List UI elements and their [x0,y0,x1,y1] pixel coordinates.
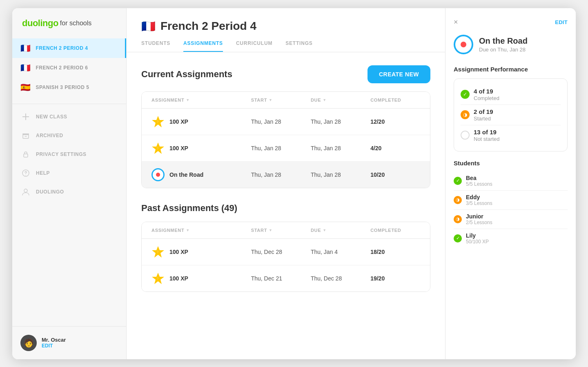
perf-started-info: 2 of 19 Started [474,108,493,122]
student-detail: 3/5 Lessons [466,200,492,206]
duolingo-icon [21,187,30,196]
perf-not-started-icon [461,131,470,140]
assignment-name-cell: ⚡ 100 XP [151,245,251,258]
perf-row-completed: ✓ 4 of 19 Completed [461,85,561,105]
past-due-sort-icon[interactable]: ▼ [323,228,327,232]
panel-edit-button[interactable]: EDIT [555,19,568,25]
due-cell: Thu, Jan 28 [311,145,370,151]
tab-curriculum[interactable]: CURRICULUM [236,40,272,52]
past-table-header: ASSIGNMENT ▼ START ▼ DUE ▼ COMPLETED [142,222,430,239]
student-name: Bea [466,175,492,181]
xp-icon: ⚡ [151,115,165,128]
past-col-due: DUE ▼ [311,228,370,233]
students-list: ✓ Bea 5/5 Lessons ◑ Eddy 3/5 Lessons ◑ J… [454,171,568,248]
sidebar-item-help[interactable]: HELP [12,164,126,182]
user-edit-button[interactable]: EDIT [42,343,66,349]
table-row[interactable]: ⚡ 100 XP Thu, Dec 21 Thu, Dec 28 19/20 [142,265,430,291]
tab-students[interactable]: STUDENTS [141,40,170,52]
current-table-header: ASSIGNMENT ▼ START ▼ DUE ▼ COMPLETED [142,92,430,109]
sidebar-bottom: 🧑 Mr. Oscar EDIT [12,326,126,359]
col-completed: COMPLETED [370,98,420,102]
performance-card: ✓ 4 of 19 Completed ◑ 2 of 19 Started 13… [454,78,568,151]
past-col-assignment: ASSIGNMENT ▼ [151,228,251,233]
sidebar-item-duolingo[interactable]: DUOLINGO [12,182,126,201]
privacy-settings-icon [21,150,30,159]
student-row[interactable]: ◑ Eddy 3/5 Lessons [454,191,568,210]
perf-not-started-info: 13 of 19 Not started [474,129,500,142]
panel-header: × EDIT [454,18,568,27]
past-col-start: START ▼ [251,228,311,233]
new-class-icon [21,112,30,121]
start-cell: Thu, Dec 28 [251,249,311,255]
past-assignment-sort-icon[interactable]: ▼ [186,228,190,232]
app-logo: duolingo for schools [12,8,126,35]
student-info: Eddy 3/5 Lessons [466,194,492,206]
sidebar: duolingo for schools 🇫🇷FRENCH 2 PERIOD 4… [12,8,127,359]
sidebar-item-privacy-settings[interactable]: PRIVACY SETTINGS [12,145,126,164]
sidebar-item-french-2-period-6[interactable]: 🇫🇷FRENCH 2 PERIOD 6 [12,58,126,78]
completed-cell: 4/20 [370,145,420,151]
performance-title: Assignment Performance [454,66,568,73]
sidebar-item-french-2-period-4[interactable]: 🇫🇷FRENCH 2 PERIOD 4 [12,38,126,58]
table-row[interactable]: On the Road Thu, Jan 28 Thu, Jan 28 10/2… [142,162,430,188]
sidebar-action-label: HELP [36,170,50,176]
assignment-name-cell: On the Road [151,168,251,181]
perf-row-not-started: 13 of 19 Not started [461,125,561,145]
table-row[interactable]: ⚡ 100 XP Thu, Dec 28 Thu, Jan 4 18/20 [142,239,430,265]
tab-assignments[interactable]: ASSIGNMENTS [183,40,223,52]
perf-not-started-label: Not started [474,136,500,142]
sidebar-action-label: DUOLINGO [36,189,64,195]
panel-assignment-info: On the Road Due on Thu, Jan 28 [454,35,568,54]
student-row[interactable]: ◑ Junior 2/5 Lessons [454,210,568,229]
logo-for-schools: for schools [60,20,91,27]
student-row[interactable]: ✓ Bea 5/5 Lessons [454,171,568,191]
perf-row-started: ◑ 2 of 19 Started [461,105,561,125]
start-cell: Thu, Dec 21 [251,275,311,282]
sidebar-item-spanish-3-period-5[interactable]: 🇪🇸SPANISH 3 PERIOD 5 [12,78,126,97]
user-name: Mr. Oscar [42,337,66,343]
header-flag: 🇫🇷 [141,20,156,33]
class-list: 🇫🇷FRENCH 2 PERIOD 4🇫🇷FRENCH 2 PERIOD 6🇪🇸… [12,35,126,100]
class-flag: 🇫🇷 [20,63,31,73]
tab-settings[interactable]: SETTINGS [285,40,312,52]
panel-assignment-details: On the Road Due on Thu, Jan 28 [479,36,528,53]
user-info: Mr. Oscar EDIT [42,337,66,349]
panel-road-icon-inner [459,40,468,49]
main-tabs: STUDENTSASSIGNMENTSCURRICULUMSETTINGS [141,40,430,52]
past-start-sort-icon[interactable]: ▼ [269,228,273,232]
help-icon [21,169,30,178]
sidebar-item-new-class[interactable]: NEW CLASS [12,107,126,126]
panel-close-button[interactable]: × [454,18,458,27]
sidebar-item-archived[interactable]: ARCHIVED [12,126,126,145]
start-cell: Thu, Jan 28 [251,145,311,151]
class-label: FRENCH 2 PERIOD 6 [36,65,88,71]
student-name: Lily [466,232,489,239]
perf-not-started-count: 13 of 19 [474,129,500,136]
svg-rect-1 [22,116,29,117]
completed-cell: 12/20 [370,118,420,125]
current-assignments-title: Current Assignments [141,69,232,80]
start-cell: Thu, Jan 28 [251,118,311,125]
create-new-button[interactable]: CREATE NEW [368,65,430,83]
panel-due-date: Due on Thu, Jan 28 [479,47,528,53]
table-row[interactable]: ⚡ 100 XP Thu, Jan 28 Thu, Jan 28 12/20 [142,109,430,135]
past-assignments-table: ASSIGNMENT ▼ START ▼ DUE ▼ COMPLETED [141,222,430,292]
table-row[interactable]: ⚡ 100 XP Thu, Jan 28 Thu, Jan 28 4/20 [142,135,430,162]
student-row[interactable]: ✓ Lily 50/100 XP [454,229,568,248]
due-sort-icon[interactable]: ▼ [323,98,327,102]
start-sort-icon[interactable]: ▼ [269,98,273,102]
past-assignments-header: Past Assignments (49) [141,203,430,214]
col-assignment: ASSIGNMENT ▼ [151,98,251,102]
student-name: Eddy [466,194,492,200]
avatar: 🧑 [20,335,37,351]
perf-completed-count: 4 of 19 [474,88,499,95]
svg-point-7 [24,189,27,192]
assignment-sort-icon[interactable]: ▼ [186,98,190,102]
student-detail: 2/5 Lessons [466,220,492,225]
class-flag: 🇫🇷 [20,43,31,53]
sidebar-actions: NEW CLASS ARCHIVED PRIVACY SETTINGS HELP… [12,107,126,201]
student-status-icon: ◑ [454,196,462,204]
due-cell: Thu, Dec 28 [311,275,370,282]
current-assignments-header: Current Assignments CREATE NEW [141,65,430,83]
start-cell: Thu, Jan 28 [251,171,311,178]
